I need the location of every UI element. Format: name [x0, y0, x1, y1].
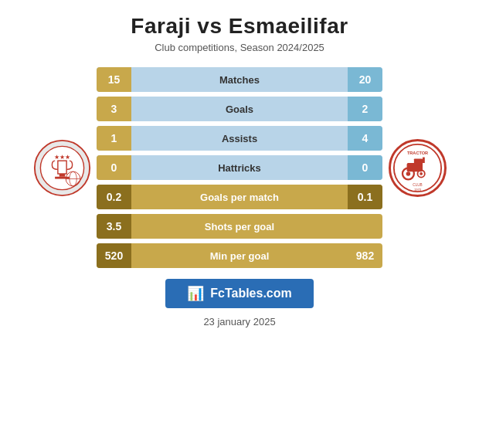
- stat-row-matches: 15 Matches 20: [97, 67, 382, 92]
- right-team-badge: TRACTOR CLUB 1970: [389, 139, 447, 197]
- stat-row-min-per-goal: 520 Min per goal 982: [97, 243, 382, 268]
- date-footer: 23 january 2025: [203, 316, 275, 328]
- svg-rect-19: [423, 157, 425, 162]
- hattricks-left-value: 0: [97, 155, 131, 180]
- stat-row-shots-per-goal: 3.5 Shots per goal: [97, 214, 382, 239]
- comparison-area: ★★★ 15 Matches 20 3 Goals 2 1 Assists: [8, 67, 471, 268]
- hattricks-label: Hattricks: [131, 162, 348, 174]
- goals-label: Goals: [131, 104, 348, 115]
- svg-text:TRACTOR: TRACTOR: [406, 150, 427, 154]
- minpg-label: Min per goal: [131, 250, 348, 262]
- stat-row-assists: 1 Assists 4: [97, 126, 382, 151]
- assists-left-value: 1: [97, 126, 131, 151]
- stat-row-goals-per-match: 0.2 Goals per match 0.1: [97, 185, 382, 209]
- stat-row-hattricks: 0 Hattricks 0: [97, 155, 382, 180]
- matches-label: Matches: [131, 74, 348, 86]
- svg-point-16: [406, 171, 410, 176]
- svg-point-1: [40, 146, 83, 189]
- matches-left-value: 15: [97, 67, 131, 92]
- fctables-banner[interactable]: 📊 FcTables.com: [165, 279, 314, 308]
- shots-label: Shots per goal: [131, 221, 348, 232]
- gpm-label: Goals per match: [131, 192, 348, 203]
- svg-text:1970: 1970: [413, 188, 421, 192]
- right-team-logo: TRACTOR CLUB 1970: [382, 139, 452, 197]
- left-team-logo: ★★★: [27, 139, 97, 197]
- goals-right-value: 2: [348, 97, 382, 121]
- shots-right-value: [348, 214, 382, 239]
- shots-left-value: 3.5: [97, 214, 131, 239]
- match-subtitle: Club competitions, Season 2024/2025: [155, 42, 324, 53]
- match-title: Faraji vs Esmaeilifar: [131, 14, 348, 39]
- hattricks-right-value: 0: [348, 155, 382, 180]
- goals-left-value: 3: [97, 97, 131, 121]
- assists-right-value: 4: [348, 126, 382, 151]
- svg-rect-3: [59, 174, 65, 177]
- minpg-right-value: 982: [348, 243, 382, 268]
- matches-right-value: 20: [348, 67, 382, 92]
- svg-text:CLUB: CLUB: [413, 182, 422, 186]
- svg-rect-4: [55, 176, 70, 178]
- stat-row-goals: 3 Goals 2: [97, 97, 382, 121]
- svg-point-18: [420, 172, 423, 175]
- svg-rect-14: [413, 158, 422, 165]
- gpm-right-value: 0.1: [348, 185, 382, 209]
- minpg-left-value: 520: [97, 243, 131, 268]
- stats-column: 15 Matches 20 3 Goals 2 1 Assists 4 0 Ha…: [97, 67, 382, 268]
- svg-text:★★★: ★★★: [54, 154, 70, 161]
- assists-label: Assists: [131, 133, 348, 144]
- gpm-left-value: 0.2: [97, 185, 131, 209]
- fctables-icon: 📊: [187, 285, 204, 302]
- page-container: Faraji vs Esmaeilifar Club competitions,…: [0, 0, 479, 448]
- fctables-label: FcTables.com: [210, 287, 292, 300]
